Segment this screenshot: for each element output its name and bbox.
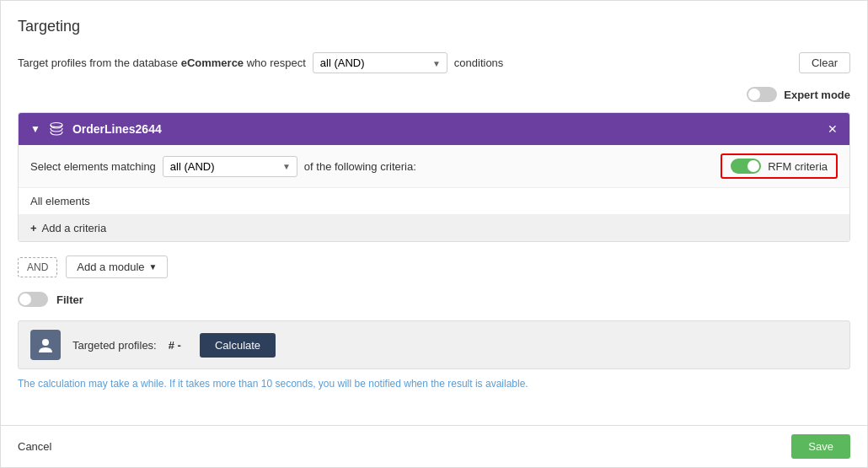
expert-mode-label: Expert mode xyxy=(784,89,850,101)
page-footer: Cancel Save xyxy=(1,425,867,467)
rfm-toggle[interactable] xyxy=(731,159,761,174)
targeted-profiles-row: Targeted profiles: # - Calculate xyxy=(18,320,850,369)
module-close-icon[interactable]: ✕ xyxy=(828,122,838,136)
condition-select-wrapper[interactable]: all (AND) any (OR) xyxy=(313,52,447,73)
condition-select[interactable]: all (AND) any (OR) xyxy=(313,52,447,73)
expert-mode-row: Expert mode xyxy=(18,87,850,102)
rfm-label: RFM criteria xyxy=(768,160,828,173)
module-body: Select elements matching all (AND) any (… xyxy=(19,145,849,241)
and-badge: AND xyxy=(18,257,57,277)
module-header: ▼ OrderLines2644 ✕ xyxy=(19,113,849,145)
criteria-select-wrapper[interactable]: all (AND) any (OR) xyxy=(163,156,297,177)
clear-button[interactable]: Clear xyxy=(799,52,850,73)
filter-toggle[interactable] xyxy=(18,292,48,307)
svg-point-1 xyxy=(42,339,49,346)
expert-mode-toggle[interactable] xyxy=(747,87,777,102)
add-module-button[interactable]: Add a module ▼ xyxy=(66,256,168,278)
profile-icon xyxy=(30,330,61,360)
target-profiles-row: Target profiles from the database eComme… xyxy=(18,52,850,73)
add-criteria-row[interactable]: + Add a criteria xyxy=(19,215,849,241)
plus-icon: + xyxy=(30,222,37,234)
module-card: ▼ OrderLines2644 ✕ Select elements match… xyxy=(18,112,850,242)
criteria-suffix-label: of the following criteria: xyxy=(304,160,416,173)
targeted-profiles-value: # - xyxy=(169,339,181,352)
filter-label: Filter xyxy=(56,293,83,306)
rfm-toggle-area: RFM criteria xyxy=(721,153,838,179)
page-title: Targeting xyxy=(18,18,850,35)
svg-point-0 xyxy=(51,123,62,127)
criteria-select[interactable]: all (AND) any (OR) xyxy=(163,156,297,177)
info-text: The calculation may take a while. If it … xyxy=(18,378,850,390)
module-title: OrderLines2644 xyxy=(72,122,819,136)
filter-row: Filter xyxy=(18,292,850,307)
all-elements-row: All elements xyxy=(19,188,849,215)
module-chevron-icon[interactable]: ▼ xyxy=(30,123,40,135)
conditions-suffix-text: conditions xyxy=(454,56,504,69)
rfm-toggle-knob xyxy=(747,160,759,172)
expert-mode-knob xyxy=(748,89,760,100)
criteria-row: Select elements matching all (AND) any (… xyxy=(19,145,849,188)
module-actions-row: AND Add a module ▼ xyxy=(18,256,850,278)
add-module-label: Add a module xyxy=(77,261,144,273)
database-icon xyxy=(49,121,64,137)
criteria-prefix-label: Select elements matching xyxy=(30,160,156,173)
targeted-profiles-label: Targeted profiles: xyxy=(72,339,157,352)
filter-toggle-knob xyxy=(19,293,31,305)
add-criteria-label: Add a criteria xyxy=(42,222,107,234)
all-elements-label: All elements xyxy=(30,195,90,207)
save-button[interactable]: Save xyxy=(791,434,850,459)
calculate-button[interactable]: Calculate xyxy=(200,333,276,358)
cancel-button[interactable]: Cancel xyxy=(18,440,51,453)
add-module-arrow-icon: ▼ xyxy=(149,262,158,272)
target-prefix-text: Target profiles from the database eComme… xyxy=(18,56,306,69)
